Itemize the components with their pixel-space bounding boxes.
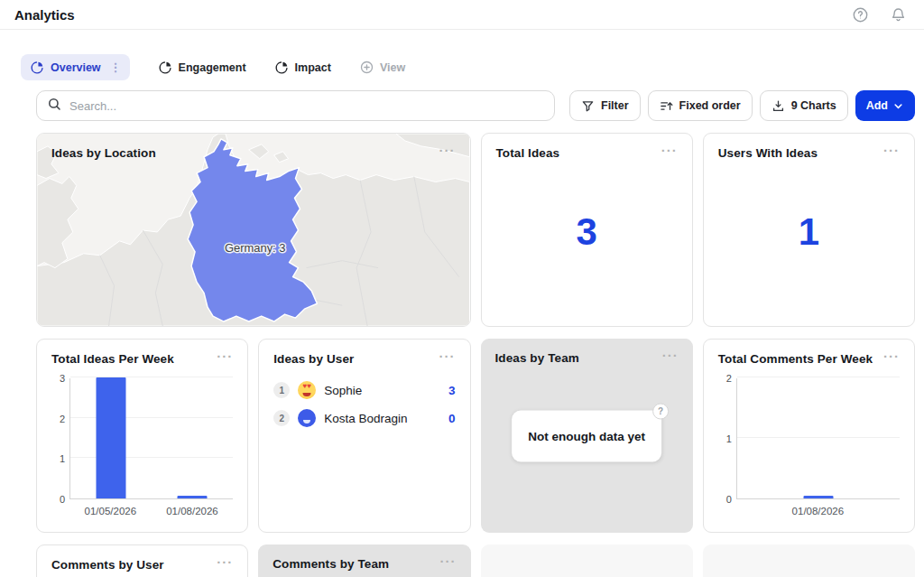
card-ideas-by-user: Ideas by User ··· 1 ♥♥ Sophie 3 2 Kosta … <box>258 339 470 533</box>
app-header: Analytics <box>0 0 924 30</box>
total-ideas-per-week-chart: 012301/05/202601/08/2026 <box>51 378 233 517</box>
card-menu-button[interactable]: ··· <box>439 146 456 155</box>
card-menu-button[interactable]: ··· <box>217 558 233 567</box>
plus-circle-icon <box>360 60 374 74</box>
user-ideas-count: 0 <box>448 412 456 425</box>
rank-badge: 1 <box>273 382 290 398</box>
europe-map: Germany: 3 <box>37 134 470 326</box>
user-name: Sophie <box>324 384 440 397</box>
search-icon <box>48 98 61 115</box>
map-region-label: Germany: 3 <box>225 241 285 255</box>
gridline <box>70 377 233 377</box>
ideas-by-user-list: 1 ♥♥ Sophie 3 2 Kosta Bodragin 0 <box>273 380 455 428</box>
card-title: Total Comments Per Week <box>718 352 873 366</box>
tab-overview-menu-icon[interactable]: ⋮ <box>110 63 122 72</box>
bar[interactable] <box>803 496 833 498</box>
dashboard-grid: Germany: 3 Ideas by Location ··· Total I… <box>36 133 915 577</box>
y-tick-label: 1 <box>718 433 732 444</box>
card-comments-by-team: Comments by Team ··· <box>258 544 470 577</box>
rank-badge: 2 <box>273 410 290 426</box>
card-menu-button[interactable]: ··· <box>662 351 679 360</box>
bar-slot <box>737 378 900 498</box>
card-title: Ideas by Location <box>51 146 156 160</box>
sort-ascending-icon <box>660 99 673 113</box>
y-tick-label: 2 <box>51 414 65 424</box>
x-tick-label: 01/08/2026 <box>736 506 900 517</box>
search-input[interactable] <box>69 99 543 113</box>
card-menu-button[interactable]: ··· <box>439 352 456 361</box>
page-title: Analytics <box>14 7 75 23</box>
blue-smiley-avatar <box>298 409 316 427</box>
empty-state-text: Not enough data yet <box>528 429 645 442</box>
analytics-tabs: Overview ⋮ Engagement Impact View <box>21 54 924 80</box>
help-icon[interactable] <box>853 7 868 23</box>
card-users-with-ideas: Users With Ideas ··· 1 <box>703 133 915 327</box>
card-title: Total Ideas <box>496 146 560 160</box>
fixed-order-label: Fixed order <box>679 99 741 112</box>
filter-button[interactable]: Filter <box>569 90 641 121</box>
plot-area <box>736 378 900 499</box>
bell-icon[interactable] <box>891 7 906 23</box>
card-menu-button[interactable]: ··· <box>883 146 900 155</box>
user-ideas-count: 3 <box>448 384 456 397</box>
charts-count-button[interactable]: 9 Charts <box>760 90 848 121</box>
user-name: Kosta Bodragin <box>324 412 440 425</box>
plot-area <box>69 378 233 499</box>
x-tick-label: 01/08/2026 <box>152 506 234 517</box>
card-menu-button[interactable]: ··· <box>217 352 233 361</box>
bar[interactable] <box>97 377 126 498</box>
users-with-ideas-value: 1 <box>718 160 900 313</box>
y-axis: 0123 <box>51 378 69 499</box>
card-title: Ideas by User <box>273 352 354 366</box>
add-button[interactable]: Add <box>855 90 915 121</box>
card-placeholder <box>703 544 915 577</box>
y-axis: 012 <box>718 378 736 499</box>
y-tick-label: 0 <box>718 494 732 505</box>
card-ideas-by-team: Ideas by Team ··· Not enough data yet ? <box>481 339 693 533</box>
card-total-ideas-per-week: Total Ideas Per Week ··· 012301/05/20260… <box>36 339 248 533</box>
card-title: Comments by Team <box>273 557 389 571</box>
bar[interactable] <box>178 496 208 498</box>
y-tick-label: 2 <box>718 373 732 384</box>
card-comments-by-user: Comments by User ··· <box>36 544 248 577</box>
heart-eyes-emoji-avatar: ♥♥ <box>298 381 316 399</box>
y-tick-label: 0 <box>51 494 65 505</box>
filter-label: Filter <box>601 99 629 112</box>
card-ideas-by-location: Germany: 3 Ideas by Location ··· <box>36 133 471 327</box>
funnel-icon <box>581 99 595 113</box>
y-tick-label: 1 <box>51 453 65 464</box>
x-tick-label: 01/05/2026 <box>69 506 152 517</box>
card-title: Ideas by Team <box>495 351 579 365</box>
card-total-comments-per-week: Total Comments Per Week ··· 01201/08/202… <box>703 339 915 533</box>
tab-overview-label: Overview <box>51 61 101 74</box>
tab-view[interactable]: View <box>360 60 405 74</box>
tab-view-label: View <box>380 61 405 74</box>
empty-state-message: Not enough data yet ? <box>512 410 661 461</box>
tab-impact[interactable]: Impact <box>275 60 331 74</box>
add-button-label: Add <box>866 99 888 112</box>
toolbar: Filter Fixed order 9 Charts Add <box>36 90 915 121</box>
fixed-order-button[interactable]: Fixed order <box>648 90 753 121</box>
question-mark-icon[interactable]: ? <box>652 403 669 419</box>
card-menu-button[interactable]: ··· <box>440 557 457 566</box>
y-tick-label: 3 <box>51 373 65 384</box>
list-item-user[interactable]: 1 ♥♥ Sophie 3 <box>273 380 455 400</box>
bar-slot <box>70 378 152 498</box>
card-menu-button[interactable]: ··· <box>883 352 900 361</box>
card-total-ideas: Total Ideas ··· 3 <box>481 133 693 327</box>
tab-engagement[interactable]: Engagement <box>159 60 246 74</box>
search-box <box>36 90 555 121</box>
download-icon <box>772 99 785 113</box>
chevron-down-icon <box>892 100 904 112</box>
card-placeholder <box>481 544 693 577</box>
card-title: Total Ideas Per Week <box>51 352 174 366</box>
card-title: Comments by User <box>51 558 164 572</box>
tab-engagement-label: Engagement <box>179 61 246 74</box>
list-item-user[interactable]: 2 Kosta Bodragin 0 <box>273 408 455 428</box>
card-menu-button[interactable]: ··· <box>661 146 678 155</box>
tab-overview[interactable]: Overview ⋮ <box>21 54 130 80</box>
total-ideas-value: 3 <box>496 160 678 313</box>
bar-slot <box>152 378 233 498</box>
charts-count-label: 9 Charts <box>791 99 836 112</box>
total-comments-per-week-chart: 01201/08/2026 <box>718 378 900 517</box>
